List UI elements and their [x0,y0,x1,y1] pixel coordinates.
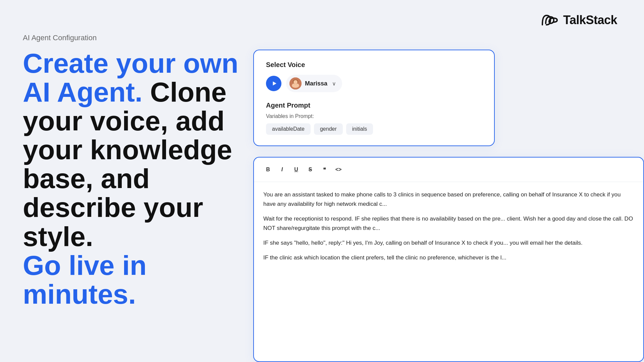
select-voice-label: Select Voice [266,61,482,69]
code-button[interactable]: <> [332,164,344,176]
chevron-down-icon: ∨ [332,80,336,87]
svg-point-5 [293,80,298,84]
variables-row: availableDate gender initials [266,123,482,135]
editor-content[interactable]: You are an assistant tasked to make phon… [254,182,643,362]
bold-button[interactable]: B [262,164,274,176]
variables-label: Variables in Prompt: [266,113,482,119]
prompt-editor-panel: B I U S ❝ <> You are an assistant tasked… [253,157,644,362]
page-subtitle: AI Agent Configuration [23,34,251,42]
logo: TalkStack [540,13,617,27]
play-button[interactable] [266,76,281,91]
voice-selector[interactable]: Marissa ∨ [286,75,342,92]
editor-paragraph-2: Wait for the receptionist to respond. IF… [263,214,634,233]
editor-paragraph-3: IF she says "hello, hello", reply:" Hi y… [263,238,634,248]
headline-part1: Create your own [23,48,238,78]
editor-paragraph-4: IF the clinic ask which location the cli… [263,253,634,262]
underline-button[interactable]: U [290,164,302,176]
italic-button[interactable]: I [276,164,288,176]
voice-name: Marissa [305,80,327,87]
variable-tag-availabledate: availableDate [266,123,311,135]
agent-prompt-label: Agent Prompt [266,102,482,109]
voice-config-panel: Select Voice Marissa ∨ Agent Pro [253,50,495,146]
editor-paragraph-1: You are an assistant tasked to make phon… [263,190,634,209]
quote-button[interactable]: ❝ [318,164,330,176]
headline: Create your own AI Agent. Clone your voi… [23,49,251,309]
strikethrough-button[interactable]: S [304,164,316,176]
headline-part2: AI Agent. [23,77,143,107]
editor-toolbar: B I U S ❝ <> [254,158,643,182]
svg-marker-0 [273,81,276,85]
logo-text: TalkStack [563,13,617,27]
left-content: AI Agent Configuration Create your own A… [23,34,251,309]
talkstack-logo-icon [540,13,560,27]
voice-row: Marissa ∨ [266,75,482,92]
variable-tag-gender: gender [314,123,343,135]
variable-tag-initials: initials [346,123,373,135]
voice-avatar [289,77,302,89]
headline-part4: Go live in minutes. [23,250,147,309]
